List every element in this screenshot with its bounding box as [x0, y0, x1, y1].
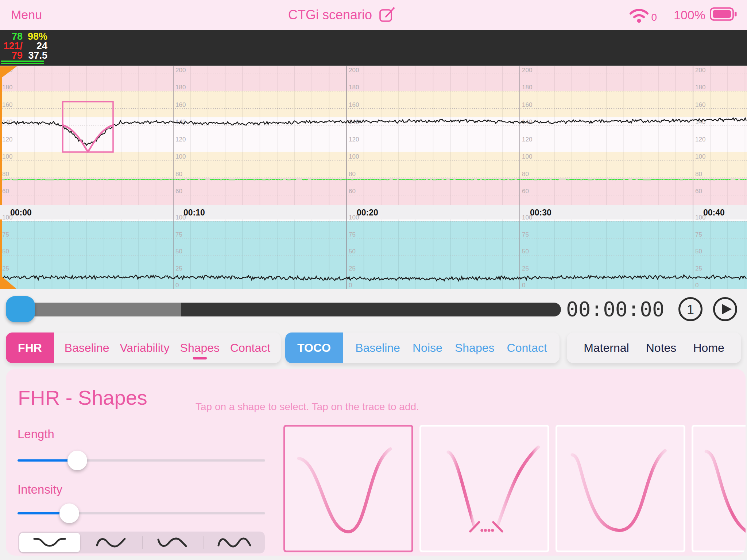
- battery-percent: 100%: [674, 8, 705, 22]
- toco-axis-label: 25: [175, 265, 182, 272]
- toco-tab-noise[interactable]: Noise: [413, 341, 442, 355]
- steep-deceleration-curve: [693, 427, 746, 551]
- fhr-axis-label: 100: [522, 153, 532, 160]
- ctg-chart[interactable]: 2001801601401201008060100755025000:00200…: [0, 66, 747, 289]
- toco-axis-label: 50: [2, 248, 9, 255]
- fhr-axis-label: 60: [522, 188, 529, 195]
- smooth-deceleration-curve: [285, 427, 411, 551]
- time-label: 00:00: [10, 208, 32, 217]
- fhr-axis-label: 200: [349, 67, 359, 74]
- fhr-axis-label: 120: [522, 136, 532, 143]
- fhr-axis-label: 80: [522, 171, 529, 178]
- time-label: 00:30: [530, 208, 551, 217]
- fhr-tab-baseline[interactable]: Baseline: [65, 341, 109, 355]
- fhr-tab-variability[interactable]: Variability: [120, 341, 169, 355]
- toco-axis-label: 0: [695, 282, 698, 289]
- fhr-axis-label: 180: [2, 84, 12, 91]
- bp-systolic-value: 121/: [0, 41, 23, 51]
- fhr-axis-label: 80: [175, 171, 182, 178]
- ctg-simulator-screen: Menu CTGi scenario 0 100%: [0, 0, 747, 560]
- time-label: 00:20: [357, 208, 378, 217]
- timeline-thumb[interactable]: [6, 296, 35, 322]
- speed-button[interactable]: 1: [678, 297, 703, 322]
- fhr-axis-label: 80: [2, 171, 9, 178]
- toco-tab-items: BaselineNoiseShapesContact: [343, 332, 560, 363]
- deceleration-signal-loss-curve: [421, 427, 547, 551]
- battery-icon: [710, 7, 738, 23]
- toco-axis-label: 50: [695, 248, 702, 255]
- shape-card-deceleration-signal-loss[interactable]: [419, 425, 549, 552]
- toco-axis-label: 75: [522, 231, 529, 238]
- fhr-axis-label: 180: [522, 84, 532, 91]
- fhr-axis-label: 100: [695, 153, 705, 160]
- fhr-axis-label: 100: [349, 153, 359, 160]
- vitals-row: 7898%: [0, 32, 48, 41]
- toco-axis-label: 25: [695, 265, 702, 272]
- fhr-axis-label: 60: [175, 188, 182, 195]
- toco-axis-label: 0: [522, 282, 525, 289]
- toco-axis-label: 25: [522, 265, 529, 272]
- bp-diastolic-value: 79: [0, 51, 23, 60]
- fhr-axis-label: 160: [175, 101, 186, 108]
- fhr-axis-label: 60: [349, 188, 356, 195]
- toco-tab-baseline[interactable]: Baseline: [355, 341, 400, 355]
- fhr-axis-label: 160: [695, 101, 705, 108]
- nav-tab-notes[interactable]: Notes: [646, 341, 677, 355]
- elapsed-time-display: 00:00:00: [566, 296, 665, 322]
- shape-card-smooth-deceleration[interactable]: [283, 425, 413, 552]
- fhr-axis-label: 160: [2, 101, 12, 108]
- toco-axis-label: 75: [175, 231, 182, 238]
- fhr-tab-contact[interactable]: Contact: [230, 341, 270, 355]
- wifi-icon: [628, 4, 650, 26]
- menu-button[interactable]: Menu: [11, 8, 42, 22]
- fhr-shapes-panel: FHR - Shapes Tap on a shape to select. T…: [6, 369, 746, 556]
- fhr-axis-label: 160: [349, 101, 359, 108]
- scenario-title-group[interactable]: CTGi scenario: [288, 0, 395, 30]
- toco-axis-label: 0: [349, 282, 352, 289]
- fhr-axis-label: 180: [695, 84, 705, 91]
- vitals-progress-bar: [1, 63, 44, 64]
- toco-tab-shapes[interactable]: Shapes: [455, 341, 495, 355]
- shape-card-shouldered-deceleration[interactable]: [556, 425, 685, 552]
- fhr-axis-label: 180: [349, 84, 359, 91]
- fhr-axis-label: 160: [522, 101, 532, 108]
- spo2-value: 98%: [23, 32, 47, 41]
- fhr-axis-label: 180: [175, 84, 186, 91]
- nav-tab-group: MaternalNotesHome: [567, 332, 741, 363]
- nav-tab-maternal[interactable]: Maternal: [584, 341, 629, 355]
- fhr-tab-group: FHR BaselineVariabilityShapesContact: [6, 332, 281, 363]
- time-label: 00:40: [703, 208, 725, 217]
- fhr-tab-selected[interactable]: FHR: [6, 332, 54, 363]
- toco-tab-contact[interactable]: Contact: [507, 341, 547, 355]
- toco-axis-label: 50: [175, 248, 182, 255]
- toco-axis-label: 75: [349, 231, 356, 238]
- speed-value: 1: [678, 302, 703, 318]
- fhr-axis-label: 120: [695, 136, 705, 143]
- active-subtab-underline: [193, 357, 207, 359]
- play-icon: [713, 297, 738, 322]
- wifi-device-count: 0: [651, 12, 657, 23]
- fhr-axis-label: 100: [2, 153, 12, 160]
- play-button[interactable]: [713, 297, 738, 322]
- shape-card-steep-deceleration[interactable]: [692, 425, 746, 552]
- fhr-axis-label: 80: [349, 171, 356, 178]
- toco-tab-selected[interactable]: TOCO: [285, 332, 343, 363]
- shouldered-deceleration-curve: [557, 427, 684, 551]
- fhr-axis-label: 200: [522, 67, 532, 74]
- nav-tab-items: MaternalNotesHome: [567, 332, 741, 363]
- toco-axis-label: 25: [2, 265, 9, 272]
- status-bar: Menu CTGi scenario 0 100%: [0, 0, 747, 30]
- maternal-pulse-value: 78: [0, 32, 23, 41]
- fhr-axis-label: 100: [175, 153, 186, 160]
- fhr-axis-label: 80: [695, 171, 702, 178]
- vitals-row: 121/24: [0, 41, 48, 51]
- toco-axis-label: 75: [2, 231, 9, 238]
- fhr-tab-items: BaselineVariabilityShapesContact: [54, 332, 281, 363]
- fhr-axis-label: 120: [349, 136, 359, 143]
- compose-edit-icon[interactable]: [379, 6, 395, 24]
- fhr-tab-shapes[interactable]: Shapes: [180, 341, 220, 355]
- toco-axis-label: 50: [522, 248, 529, 255]
- toco-axis-label: 75: [695, 231, 702, 238]
- vitals-strip: 7898% 121/24 7937.5: [0, 30, 747, 66]
- nav-tab-home[interactable]: Home: [693, 341, 724, 355]
